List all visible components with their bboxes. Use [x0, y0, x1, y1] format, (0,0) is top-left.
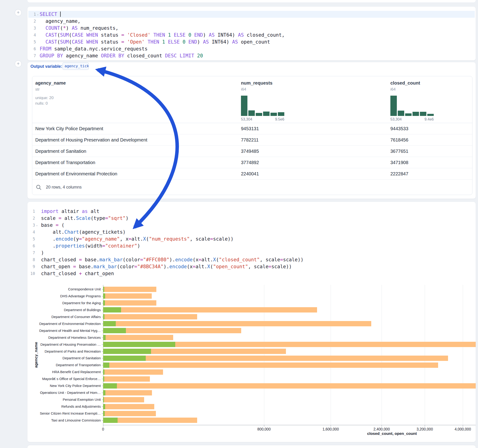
y-axis-tick — [102, 372, 103, 372]
gridline — [463, 285, 463, 425]
rows-columns-count: 20 rows, 4 columns — [46, 180, 82, 195]
fold-chevron-icon[interactable]: ⌄ — [36, 222, 38, 229]
table-footer: 20 rows, 4 columns — [32, 180, 472, 195]
bar-open-count — [103, 411, 105, 416]
cell-agency-name: Department of Transportation — [35, 157, 95, 168]
x-axis-tick-label: 800,000 — [245, 427, 283, 431]
previous-cell-edge — [27, 0, 476, 3]
bar-closed-count — [103, 356, 448, 361]
active-line-highlight — [28, 11, 475, 18]
y-axis-label: Correspondence Unit — [27, 287, 101, 291]
histogram-bar — [263, 112, 270, 116]
table-row[interactable]: Department of Environmental Protection22… — [32, 168, 472, 180]
histogram-bar — [413, 112, 419, 116]
table-row[interactable]: Department of Transportation377489234719… — [32, 157, 472, 168]
cell-num-requests: 3774892 — [241, 157, 259, 168]
y-axis-tick — [102, 365, 103, 365]
code-line: ) — [41, 249, 44, 256]
results-table-card: agency_name str unique: 20 nulls: 0 num_… — [32, 76, 472, 195]
y-axis-label: Department of Buildings — [27, 308, 101, 312]
cell-num-requests: 3749485 — [241, 146, 259, 157]
y-axis-tick — [102, 303, 103, 303]
line-number: 6 — [22, 45, 36, 52]
cell-closed-count: 3677651 — [390, 146, 408, 157]
bar-open-count — [103, 307, 121, 312]
output-variable-chip[interactable]: agency_tickets — [63, 62, 89, 70]
y-axis-label: Department of Environmental Protection — [27, 322, 101, 326]
bar-closed-count — [103, 411, 156, 416]
cell-num-requests: 7782211 — [241, 134, 258, 145]
bar-open-count — [103, 300, 105, 305]
bar-open-count — [103, 404, 105, 409]
bar-open-count — [103, 349, 151, 354]
column-num-requests[interactable]: num_requests i64 53,304 9.5e6 — [241, 76, 379, 123]
bar-closed-count — [103, 314, 197, 319]
y-axis-tick — [102, 406, 103, 407]
table-row[interactable]: Department of Sanitation37494853677651 — [32, 146, 472, 157]
search-button[interactable] — [36, 184, 42, 191]
code-line: .encode(y="agency_name", x=alt.X("num_re… — [41, 236, 233, 243]
line-number: 1 — [21, 208, 35, 215]
y-axis-tick — [102, 338, 103, 338]
add-cell-button-middle[interactable]: + — [15, 60, 22, 67]
bar-closed-count — [103, 383, 476, 389]
code-line: FROM sample_data.nyc.service_requests — [40, 45, 148, 52]
code-line: chart_closed + chart_open — [41, 270, 114, 277]
y-axis-tick — [102, 358, 103, 358]
y-axis-label: Department of Housing Preservation … — [27, 342, 101, 346]
line-number: 4 — [22, 31, 36, 38]
y-axis-label: Department of Sanitation — [27, 356, 101, 360]
fold-chevron-icon[interactable]: ⌄ — [37, 11, 39, 18]
gridline — [382, 285, 382, 425]
y-axis-tick — [102, 317, 103, 317]
code-line: import altair as alt — [41, 208, 99, 215]
y-axis-label: Personal Exemption Unit — [27, 398, 101, 401]
bar-open-count — [103, 369, 104, 375]
search-icon — [36, 184, 42, 191]
bar-closed-count — [103, 397, 144, 402]
code-line: scale = alt.Scale(type="sqrt") — [41, 215, 128, 222]
bar-closed-count — [103, 335, 173, 340]
y-axis-label: Taxi and Limousine Commission — [27, 418, 101, 422]
line-number: 2 — [22, 18, 36, 25]
column-agency-name[interactable]: agency_name str unique: 20 nulls: 0 — [35, 76, 238, 123]
table-row[interactable]: Department of Housing Preservation and D… — [32, 134, 472, 146]
column-histogram — [390, 96, 434, 116]
x-axis-line — [103, 425, 476, 425]
code-line: chart_open = base.mark_bar(color="#8BC34… — [41, 263, 292, 270]
y-axis-label: Department of Transportation — [27, 363, 101, 367]
code-line: agency_name, — [40, 18, 81, 25]
bar-open-count — [103, 293, 105, 299]
y-axis-tick — [102, 310, 103, 310]
y-axis-tick — [102, 413, 103, 414]
cell-num-requests: 9453131 — [241, 123, 259, 134]
bar-closed-count — [103, 300, 156, 305]
plus-icon: + — [17, 61, 20, 66]
bar-closed-count — [103, 369, 163, 375]
cell-agency-name: Department of Sanitation — [35, 146, 86, 157]
histogram-bar — [405, 113, 412, 116]
histogram-max: 9.5e6 — [275, 117, 284, 121]
table-row[interactable]: New York City Police Department945313194… — [32, 123, 472, 134]
x-axis-tick-label: 4,000,000 — [444, 427, 478, 431]
code-line: GROUP BY agency_name ORDER BY closed_cou… — [40, 52, 203, 59]
next-cell-edge — [27, 445, 476, 448]
line-number: 9 — [21, 263, 35, 270]
y-axis-label: Refunds and Adjustments — [27, 404, 101, 408]
bar-closed-count — [103, 404, 154, 409]
line-number: 5 — [21, 236, 35, 243]
code-line: CAST(SUM(CASE WHEN status = 'Open' THEN … — [40, 38, 270, 45]
y-axis-tick — [102, 289, 103, 289]
y-axis-tick — [102, 344, 103, 345]
column-header-label: closed_count — [390, 81, 420, 86]
add-cell-button-top[interactable]: + — [15, 9, 22, 16]
histogram-bar — [241, 96, 247, 116]
y-axis-label: Department of Health and Mental Hyg… — [27, 329, 101, 333]
x-axis-tick — [425, 425, 425, 427]
line-number: 7 — [21, 249, 35, 256]
histogram-bar — [420, 112, 426, 116]
column-type: str — [35, 87, 40, 92]
column-closed-count[interactable]: closed_count i64 53,304 9.4e6 — [390, 76, 469, 123]
line-number: 6 — [21, 243, 35, 249]
cell-num-requests: 2240041 — [241, 168, 259, 179]
